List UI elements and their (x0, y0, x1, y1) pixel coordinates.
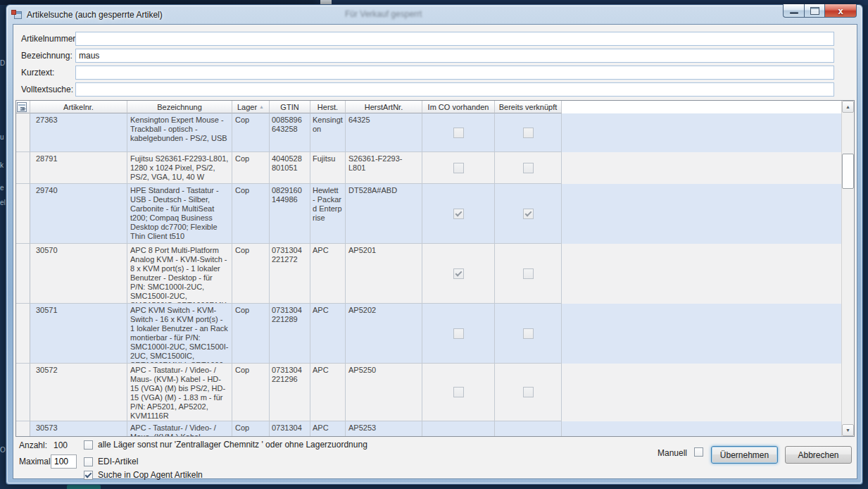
column-header-herst-[interactable]: Herst. (310, 101, 346, 113)
column-header-gtin[interactable]: GTIN (270, 101, 310, 113)
verknuepft-checkbox (523, 328, 534, 339)
uebernehmen-button[interactable]: Übernehmen (711, 446, 778, 464)
grid-cell: APC (310, 244, 346, 304)
verknuepft-checkbox (523, 209, 534, 219)
im-co-checkbox (453, 268, 464, 279)
parent-window-bottom-fragment (67, 485, 101, 489)
grid-cell (495, 364, 562, 421)
column-chooser-icon (17, 102, 27, 112)
column-header-artikelnr-[interactable]: Artikelnr. (30, 101, 127, 113)
grid-cell: 64325 (346, 113, 422, 152)
dialog-client-area: Artikelnummer: Bezeichnung: Kurztext: Vo… (13, 24, 857, 479)
results-grid: Artikelnr.BezeichnungLager▲GTINHerst.Her… (15, 100, 855, 437)
scroll-down-icon[interactable]: ▼ (842, 424, 854, 436)
im-co-checkbox (453, 328, 464, 339)
grid-cell: Kensington (310, 113, 346, 152)
volltextsuche-input[interactable] (75, 82, 834, 97)
grid-cell: AP5250 (346, 364, 422, 421)
table-row[interactable]: 30571APC KVM Switch - KVM-Switch - 16 x … (16, 304, 841, 364)
grid-cell: 27363 (30, 113, 127, 152)
grid-cell (422, 364, 495, 421)
sort-ascending-icon: ▲ (259, 104, 264, 109)
grid-cell (16, 364, 30, 421)
footer-checkbox-2[interactable] (84, 471, 93, 480)
grid-cell (422, 244, 495, 304)
grid-cell: Kensington Expert Mouse - Trackball - op… (127, 113, 232, 152)
scrollbar-thumb[interactable] (842, 154, 854, 189)
grid-cell (495, 184, 562, 244)
grid-cell: 30573 (30, 421, 127, 436)
maximal-input[interactable] (51, 454, 77, 469)
grid-cell (495, 113, 562, 152)
verknuepft-checkbox (523, 128, 534, 138)
manuell-label: Manuell (658, 448, 687, 458)
table-row[interactable]: 30573APC - Tastatur- / Video- / Maus- (K… (16, 421, 841, 436)
footer-checkbox-0[interactable] (84, 440, 93, 450)
column-header-bezeichnung[interactable]: Bezeichnung (127, 101, 232, 113)
window-icon (11, 9, 23, 20)
close-button[interactable]: x (825, 4, 857, 18)
grid-cell: APC (310, 421, 346, 436)
grid-cell (422, 113, 495, 152)
maximize-icon (810, 7, 819, 15)
grid-cell (16, 304, 30, 364)
artikelsuche-dialog: Artikelsuche (auch gesperrte Artikel) Fü… (6, 4, 863, 485)
column-header-herstartnr-[interactable]: HerstArtNr. (346, 101, 422, 113)
table-row[interactable]: 30570APC 8 Port Multi-Platform Analog KV… (16, 244, 841, 304)
scroll-up-icon[interactable]: ▲ (842, 101, 854, 113)
grid-cell (16, 244, 30, 304)
grid-cell: Cop (232, 113, 270, 152)
grid-cell: 0731304 221296 (270, 364, 310, 421)
abbrechen-button[interactable]: Abbrechen (785, 446, 852, 464)
grid-cell: APC (310, 304, 346, 364)
grid-cell: Cop (232, 152, 270, 184)
table-row[interactable]: 29740HPE Standard - Tastatur - USB - Deu… (16, 184, 841, 244)
grid-cell: 0731304 221272 (270, 244, 310, 304)
bezeichnung-label: Bezeichnung: (21, 51, 73, 61)
anzahl-value: 100 (54, 440, 68, 450)
grid-cell (495, 244, 562, 304)
column-header-lager[interactable]: Lager▲ (232, 101, 270, 113)
grid-cell: Fujitsu (310, 152, 346, 184)
im-co-checkbox (453, 209, 464, 219)
grid-cell: APC 8 Port Multi-Platform Analog KVM - K… (127, 244, 232, 304)
maximal-label: Maximal: (19, 457, 53, 466)
grid-cell: Cop (232, 364, 270, 421)
table-row[interactable]: 28791Fujitsu S26361-F2293-L801, 1280 x 1… (16, 152, 841, 184)
column-chooser-cell[interactable] (16, 101, 30, 113)
grid-body: 27363Kensington Expert Mouse - Trackball… (16, 113, 841, 436)
grid-cell (16, 421, 30, 436)
table-row[interactable]: 30572APC - Tastatur- / Video- / Maus- (K… (16, 364, 841, 421)
grid-cell: 29740 (30, 184, 127, 244)
grid-cell: 30572 (30, 364, 127, 421)
grid-cell: AP5253 (346, 421, 422, 436)
grid-cell (495, 304, 562, 364)
grid-cell: Cop (232, 421, 270, 436)
grid-cell: 30570 (30, 244, 127, 304)
verknuepft-checkbox (523, 163, 534, 173)
maximize-button[interactable] (804, 4, 825, 18)
bezeichnung-input[interactable] (75, 49, 834, 63)
grid-cell: S26361-F2293-L801 (346, 152, 422, 184)
column-header-bereits-verkn-pft[interactable]: Bereits verknüpft (495, 101, 562, 113)
column-header-im-co-vorhanden[interactable]: Im CO vorhanden (422, 101, 495, 113)
titlebar[interactable]: Artikelsuche (auch gesperrte Artikel) Fü… (6, 5, 862, 24)
manuell-checkbox[interactable] (694, 447, 703, 457)
grid-cell: Cop (232, 244, 270, 304)
grid-cell: 30571 (30, 304, 127, 364)
vertical-scrollbar[interactable]: ▲ ▼ (841, 101, 854, 436)
footer-checkbox-1[interactable] (84, 457, 93, 466)
grid-cell: 0829160 144986 (270, 184, 310, 244)
table-row[interactable]: 27363Kensington Expert Mouse - Trackball… (16, 113, 841, 152)
kurztext-input[interactable] (75, 66, 834, 80)
artikelnummer-input[interactable] (75, 32, 834, 46)
background-window-text: Für Verkauf gesperrt (345, 9, 422, 19)
grid-cell (495, 152, 562, 184)
minimize-button[interactable] (783, 4, 804, 18)
close-icon: x (838, 6, 843, 16)
artikelnummer-label: Artikelnummer: (21, 34, 78, 44)
grid-cell: Cop (232, 304, 270, 364)
anzahl-label: Anzahl: (19, 440, 47, 450)
grid-cell: APC (310, 364, 346, 421)
grid-cell: AP5202 (346, 304, 422, 364)
